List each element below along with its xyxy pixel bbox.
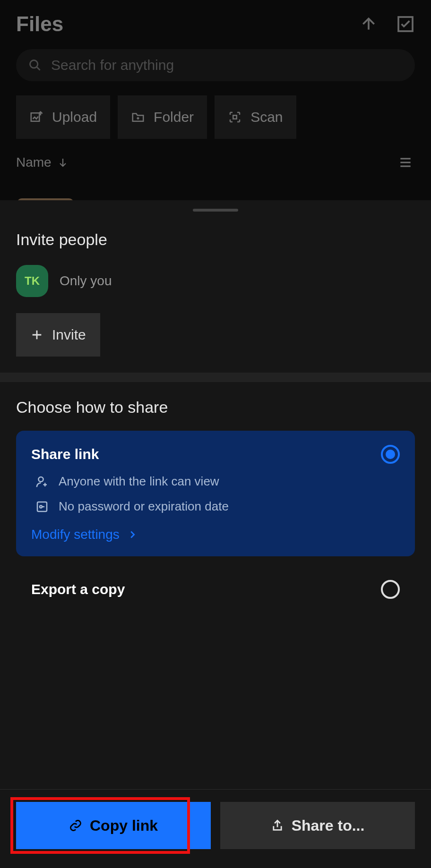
share-to-label: Share to... — [292, 817, 365, 834]
current-user-row: TK Only you — [16, 265, 415, 297]
invite-button[interactable]: Invite — [16, 313, 100, 357]
chevron-right-icon — [127, 529, 138, 540]
share-method-title: Choose how to share — [16, 398, 415, 417]
sort-label: Name — [16, 155, 52, 170]
avatar-initials: TK — [25, 274, 40, 288]
arrow-down-icon — [57, 157, 69, 168]
svg-point-4 — [39, 477, 43, 482]
page-title: Files — [16, 12, 63, 36]
svg-point-6 — [40, 505, 42, 508]
plus-icon — [30, 328, 43, 341]
share-icon — [271, 819, 284, 832]
share-method-section: Choose how to share Share link Anyone wi… — [0, 382, 431, 613]
security-text: No password or expiration date — [59, 499, 229, 514]
svg-rect-3 — [233, 115, 237, 119]
person-add-icon — [35, 475, 49, 489]
list-header: Name — [16, 153, 415, 172]
share-link-label: Share link — [31, 446, 99, 462]
scan-chip[interactable]: Scan — [215, 95, 296, 139]
invite-people-title: Invite people — [16, 230, 415, 249]
share-bottom-sheet: Invite people TK Only you Invite Choose … — [0, 200, 431, 868]
share-link-security: No password or expiration date — [31, 499, 400, 514]
header: Files — [0, 0, 431, 41]
folder-chip-label: Folder — [154, 109, 194, 125]
link-icon — [69, 819, 82, 832]
share-link-option[interactable]: Share link Anyone with the link can view… — [16, 431, 415, 556]
avatar: TK — [16, 265, 48, 297]
share-link-visibility: Anyone with the link can view — [31, 474, 400, 489]
bottom-action-bar: Copy link Share to... — [0, 789, 431, 868]
modify-settings-link[interactable]: Modify settings — [31, 527, 400, 542]
invite-button-label: Invite — [52, 327, 86, 343]
export-copy-option[interactable]: Export a copy — [16, 566, 415, 613]
view-options-icon[interactable] — [396, 153, 415, 172]
search-icon — [28, 59, 42, 72]
share-link-header: Share link — [31, 445, 400, 464]
upload-chip-label: Upload — [52, 109, 97, 125]
upload-chip[interactable]: Upload — [16, 95, 110, 139]
safe-icon — [35, 500, 49, 514]
export-copy-label: Export a copy — [31, 581, 125, 597]
upload-arrow-icon[interactable] — [359, 15, 378, 34]
folder-chip[interactable]: Folder — [118, 95, 207, 139]
search-field[interactable] — [16, 49, 415, 81]
folder-plus-icon — [131, 110, 145, 124]
sort-by-name[interactable]: Name — [16, 155, 69, 170]
select-check-icon[interactable] — [396, 15, 415, 34]
copy-link-button[interactable]: Copy link — [16, 802, 211, 849]
only-you-text: Only you — [60, 273, 112, 289]
svg-point-1 — [30, 60, 38, 68]
scan-chip-label: Scan — [250, 109, 283, 125]
copy-link-label: Copy link — [90, 817, 158, 834]
search-input[interactable] — [51, 57, 403, 73]
share-to-button[interactable]: Share to... — [220, 802, 415, 849]
radio-selected[interactable] — [381, 445, 400, 464]
header-action-icons — [359, 15, 415, 34]
visibility-text: Anyone with the link can view — [59, 474, 219, 489]
quick-actions: Upload Folder Scan — [16, 95, 415, 139]
radio-unselected[interactable] — [381, 580, 400, 599]
modify-settings-label: Modify settings — [31, 527, 120, 542]
invite-section: Invite people TK Only you Invite — [0, 212, 431, 357]
section-divider — [0, 373, 431, 382]
image-upload-icon — [29, 110, 43, 124]
scan-icon — [228, 110, 242, 124]
